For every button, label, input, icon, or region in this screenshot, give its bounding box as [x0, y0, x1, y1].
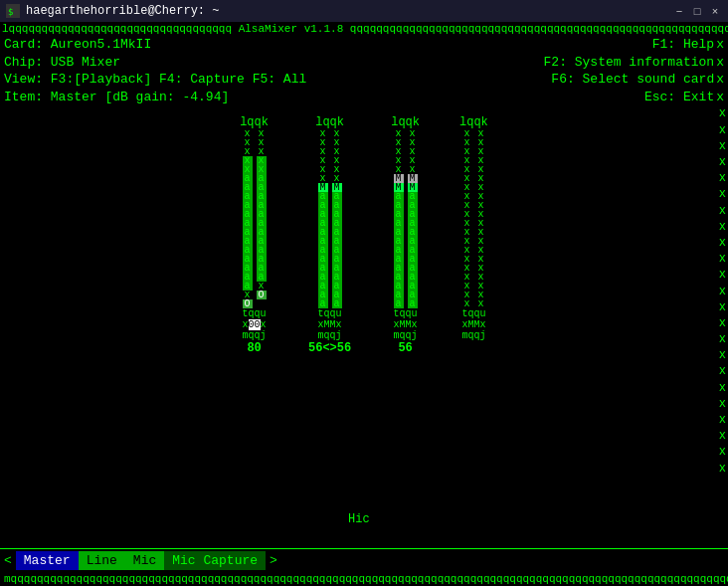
- fader-master-bars: x x x x x a a a a a a a a a: [243, 129, 267, 308]
- fader-mic-capture-top: lqqk: [459, 115, 488, 129]
- fader-mic-capture: lqqk x x x x x x x x x x x x: [459, 115, 488, 355]
- right-border-4: x: [714, 89, 724, 106]
- header-row-card: Card: Aureon5.1MkII F1: Help x: [0, 36, 728, 54]
- header-row-item: Item: Master [dB gain: -4.94] Esc: Exit …: [0, 89, 728, 106]
- fader-mic-capture-value: [470, 341, 477, 355]
- fader-master-x00x: x00x: [243, 319, 267, 330]
- fader-line-right: x x x x x x M a a a a a a a a: [332, 129, 342, 308]
- fader-line-left: x x x x x x M a a a a a a a a: [318, 129, 328, 308]
- fader-mic: lqqk x x x x x M M a a a a a: [391, 115, 420, 355]
- fader-mic-bars: x x x x x M M a a a a a a a a: [394, 129, 418, 308]
- item-label: Item: Master [dB gain: -4.94]: [4, 89, 644, 106]
- tab-right-arrow[interactable]: >: [266, 553, 281, 568]
- f6-label: F6: Select sound card: [551, 71, 714, 89]
- card-label: Card: Aureon5.1MkII: [4, 36, 652, 54]
- fader-mic-capture-bars: x x x x x x x x x x x x x x x: [461, 129, 485, 308]
- top-border: lqqqqqqqqqqqqqqqqqqqqqqqqqqqqqqqqqq Alsa…: [0, 22, 728, 36]
- fader-master-mqqj: mqqj: [243, 330, 267, 341]
- fader-mic-xmmx: xMMx: [394, 319, 418, 330]
- close-button[interactable]: ×: [708, 4, 722, 18]
- fader-line-tqqu: tqqu: [318, 308, 342, 319]
- fader-line-mqqj: mqqj: [318, 330, 342, 341]
- tab-left-arrow[interactable]: <: [0, 553, 16, 568]
- fader-mic-tqqu: tqqu: [394, 308, 418, 319]
- title-bar: $ haegarthehorrible@Cherry: ~ − □ ×: [0, 0, 728, 22]
- right-border-2: x: [714, 54, 724, 72]
- right-border-3: x: [714, 71, 724, 89]
- fader-master-value: 80: [247, 341, 261, 355]
- fader-master: lqqk x x x x x a a a a a: [240, 115, 269, 355]
- minimize-button[interactable]: −: [672, 4, 686, 18]
- fader-mic-left: x x x x x M M a a a a a a a a: [394, 129, 404, 308]
- fader-line-value: 56<>56: [308, 341, 351, 355]
- fader-mic-value: 56: [398, 341, 412, 355]
- fader-mic-capture-right: x x x x x x x x x x x x x x x: [475, 129, 485, 308]
- tab-line[interactable]: Line: [79, 551, 125, 570]
- esc-label: Esc: Exit: [644, 89, 714, 106]
- terminal-icon: $: [6, 4, 20, 18]
- svg-text:$: $: [8, 7, 13, 17]
- alsa-title: AlsaMixer v1.1.8: [239, 23, 344, 35]
- tab-bar: < Master Line Mic Mic Capture >: [0, 548, 728, 572]
- hic-text: Hic: [348, 512, 370, 526]
- fader-mic-mqqj: mqqj: [394, 330, 418, 341]
- fader-mic-capture-tqqu: tqqu: [461, 308, 485, 319]
- fader-master-right: x x x x x a a a a a a a a a a: [257, 129, 267, 308]
- title-bar-left: $ haegarthehorrible@Cherry: ~: [6, 4, 219, 18]
- fader-mic-right: x x x x x M M a a a a a a a a: [408, 129, 418, 308]
- header-row-chip: Chip: USB Mixer F2: System information x: [0, 54, 728, 72]
- window-title: haegarthehorrible@Cherry: ~: [26, 4, 219, 18]
- f2-label: F2: System information: [544, 54, 715, 72]
- f1-label: F1: Help: [652, 36, 714, 54]
- fader-mic-capture-left: x x x x x x x x x x x x x x x: [461, 129, 471, 308]
- fader-master-top: lqqk: [240, 115, 269, 129]
- maximize-button[interactable]: □: [690, 4, 704, 18]
- fader-line: lqqk x x x x x x M a a a a a: [308, 115, 351, 355]
- fader-mic-capture-xmmx: xMMx: [461, 319, 485, 330]
- chip-label: Chip: USB Mixer: [4, 54, 544, 72]
- fader-line-xmmx: xMMx: [318, 319, 342, 330]
- fader-line-top: lqqk: [315, 115, 344, 129]
- view-label: View: F3:[Playback] F4: Capture F5: All: [4, 71, 551, 89]
- header-row-view: View: F3:[Playback] F4: Capture F5: All …: [0, 71, 728, 89]
- title-bar-controls: − □ ×: [672, 4, 722, 18]
- fader-master-tqqu: tqqu: [243, 308, 267, 319]
- right-border-1: x: [714, 36, 724, 54]
- right-border-column: xxx xxx xxx xxx xxx xxx xxx xx: [719, 105, 726, 548]
- tab-master[interactable]: Master: [16, 551, 79, 570]
- bottom-border: mqqqqqqqqqqqqqqqqqqqqqqqqqqqqqqqqqqqqqqq…: [0, 572, 728, 586]
- fader-mic-capture-mqqj: mqqj: [461, 330, 485, 341]
- app-window: $ haegarthehorrible@Cherry: ~ − □ × lqqq…: [0, 0, 728, 586]
- tab-mic[interactable]: Mic: [125, 551, 164, 570]
- fader-line-bars: x x x x x x M a a a a a a a a: [318, 129, 342, 308]
- fader-master-left: x x x x x a a a a a a a a a: [243, 129, 253, 308]
- terminal: lqqqqqqqqqqqqqqqqqqqqqqqqqqqqqqqqqq Alsa…: [0, 22, 728, 586]
- faders-area: xxx xxx xxx xxx xxx xxx xxx xx lqqk x x: [0, 105, 728, 548]
- fader-mic-top: lqqk: [391, 115, 420, 129]
- tab-mic-capture[interactable]: Mic Capture: [164, 551, 266, 570]
